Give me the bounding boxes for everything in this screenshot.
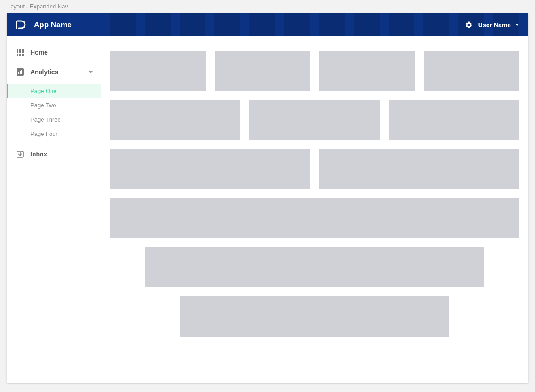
svg-rect-10: [22, 54, 24, 56]
svg-rect-8: [17, 54, 18, 56]
grid-icon: [16, 48, 24, 56]
svg-rect-5: [17, 51, 18, 53]
svg-rect-2: [17, 49, 18, 51]
chevron-down-icon: [89, 71, 93, 73]
content-grid: [110, 36, 519, 383]
layout-block: [319, 149, 519, 189]
sidebar-subitem-label: Page Two: [30, 102, 56, 109]
sidebar-subitem-label: Page Three: [30, 116, 61, 123]
svg-rect-4: [22, 49, 24, 51]
layout-block: [249, 100, 379, 140]
app-logo-icon: [15, 20, 28, 30]
sidebar-item-home[interactable]: Home: [7, 42, 101, 62]
layout-row: [110, 296, 519, 337]
app-frame: App Name User Name: [7, 13, 528, 383]
chevron-down-icon[interactable]: [515, 24, 519, 26]
user-name[interactable]: User Name: [478, 21, 511, 29]
layout-block: [110, 149, 310, 189]
sidebar-item-inbox[interactable]: Inbox: [7, 144, 101, 164]
svg-rect-14: [21, 70, 22, 74]
layout-block: [145, 247, 484, 287]
sidebar-subnav-analytics: Page One Page Two Page Three Page Four: [7, 82, 101, 142]
sidebar-item-label: Inbox: [30, 151, 47, 158]
layout-block: [319, 51, 415, 91]
svg-rect-3: [19, 49, 21, 51]
inbox-icon: [16, 150, 24, 158]
layout-block: [110, 51, 206, 91]
layout-row: [110, 51, 519, 91]
layout-block: [389, 100, 519, 140]
svg-rect-7: [22, 51, 24, 53]
app-body: Home Analytics Page One: [7, 36, 528, 383]
svg-rect-9: [19, 54, 21, 56]
layout-row: [110, 198, 519, 238]
sidebar-subitem-page-three[interactable]: Page Three: [7, 112, 101, 126]
gear-icon[interactable]: [465, 21, 473, 29]
layout-row: [110, 149, 519, 189]
layout-block: [424, 51, 519, 91]
content-area: [101, 36, 528, 383]
sidebar-subitem-page-four[interactable]: Page Four: [7, 126, 101, 141]
sidebar: Home Analytics Page One: [7, 36, 101, 383]
sidebar-subitem-page-two[interactable]: Page Two: [7, 98, 101, 112]
bar-chart-icon: [16, 68, 24, 76]
svg-rect-13: [20, 71, 21, 74]
sidebar-item-label: Analytics: [30, 68, 58, 76]
app-header: App Name User Name: [7, 13, 528, 36]
sidebar-item-analytics[interactable]: Analytics: [7, 62, 101, 82]
layout-row: [110, 100, 519, 140]
sidebar-item-label: Home: [30, 49, 48, 56]
layout-block: [110, 198, 519, 238]
header-stripes: [7, 13, 528, 36]
layout-row: [110, 247, 519, 287]
svg-rect-6: [19, 51, 21, 53]
layout-block: [180, 296, 450, 337]
layout-block: [215, 51, 310, 91]
sidebar-subitem-label: Page Four: [30, 131, 58, 137]
layout-block: [110, 100, 240, 140]
app-name: App Name: [34, 21, 72, 30]
sidebar-subitem-page-one[interactable]: Page One: [7, 84, 101, 98]
page-label: Layout - Expanded Nav: [7, 0, 528, 13]
svg-rect-12: [18, 72, 19, 74]
sidebar-subitem-label: Page One: [30, 88, 57, 94]
svg-rect-1: [16, 21, 17, 29]
svg-point-0: [24, 21, 25, 23]
